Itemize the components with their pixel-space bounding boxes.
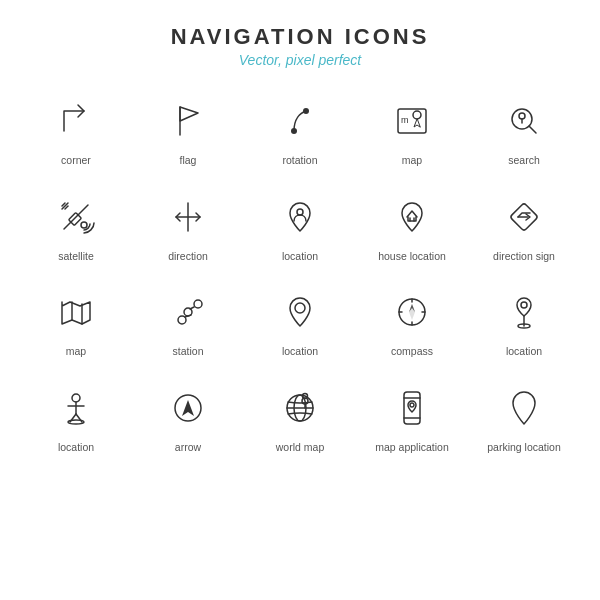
corner-label: corner bbox=[61, 154, 91, 168]
svg-point-8 bbox=[519, 113, 525, 119]
arrow-label: arrow bbox=[175, 441, 201, 455]
svg-text:m: m bbox=[401, 115, 409, 125]
compass-icon bbox=[385, 285, 439, 339]
page: NAVIGATION ICONS Vector, pixel perfect c… bbox=[0, 0, 600, 600]
svg-marker-48 bbox=[182, 400, 194, 416]
location-1-cell: location bbox=[244, 184, 356, 270]
direction-sign-label: direction sign bbox=[493, 250, 555, 264]
location-icon-2 bbox=[273, 285, 327, 339]
flag-label: flag bbox=[180, 154, 197, 168]
location-label-3: location bbox=[506, 345, 542, 359]
direction-label: direction bbox=[168, 250, 208, 264]
map-icon-1: m bbox=[385, 94, 439, 148]
map-app-label: map application bbox=[375, 441, 449, 455]
station-cell: station bbox=[132, 279, 244, 365]
map-label-1: map bbox=[402, 154, 422, 168]
house-location-label: house location bbox=[378, 250, 446, 264]
svg-line-9 bbox=[529, 126, 536, 133]
location-label-2: location bbox=[282, 345, 318, 359]
world-map-icon bbox=[273, 381, 327, 435]
search-icon bbox=[497, 94, 551, 148]
search-cell: search bbox=[468, 88, 580, 174]
svg-point-6 bbox=[413, 111, 421, 119]
satellite-icon bbox=[49, 190, 103, 244]
location-2-cell: location bbox=[244, 279, 356, 365]
svg-point-38 bbox=[521, 302, 527, 308]
svg-point-41 bbox=[72, 394, 80, 402]
location-icon-4 bbox=[49, 381, 103, 435]
map-image-cell: m map bbox=[356, 88, 468, 174]
map-2-cell: map bbox=[20, 279, 132, 365]
svg-point-30 bbox=[295, 303, 305, 313]
location-icon-3 bbox=[497, 285, 551, 339]
location-label-4: location bbox=[58, 441, 94, 455]
page-subtitle: Vector, pixel perfect bbox=[239, 52, 361, 68]
arrow-cell: arrow bbox=[132, 375, 244, 461]
svg-point-58 bbox=[410, 403, 414, 407]
map-app-cell: map application bbox=[356, 375, 468, 461]
compass-cell: compass bbox=[356, 279, 468, 365]
satellite-label: satellite bbox=[58, 250, 94, 264]
svg-marker-1 bbox=[180, 107, 198, 121]
corner-cell: corner bbox=[20, 88, 132, 174]
parking-location-icon: P bbox=[497, 381, 551, 435]
svg-text:P: P bbox=[520, 398, 528, 412]
direction-sign-cell: direction sign bbox=[468, 184, 580, 270]
location-icon-1 bbox=[273, 190, 327, 244]
location-label-1: location bbox=[282, 250, 318, 264]
svg-line-10 bbox=[64, 205, 88, 229]
svg-line-29 bbox=[190, 307, 194, 309]
map-icon-2 bbox=[49, 285, 103, 339]
station-label: station bbox=[173, 345, 204, 359]
direction-cell: direction bbox=[132, 184, 244, 270]
map-application-icon bbox=[385, 381, 439, 435]
rotation-cell: rotation bbox=[244, 88, 356, 174]
direction-icon bbox=[161, 190, 215, 244]
house-location-icon bbox=[385, 190, 439, 244]
page-title: NAVIGATION ICONS bbox=[171, 24, 430, 50]
corner-icon bbox=[49, 94, 103, 148]
parking-location-cell: P parking location bbox=[468, 375, 580, 461]
arrow-icon bbox=[161, 381, 215, 435]
svg-point-18 bbox=[297, 209, 303, 215]
flag-cell: flag bbox=[132, 88, 244, 174]
world-map-cell: world map bbox=[244, 375, 356, 461]
station-icon bbox=[161, 285, 215, 339]
rotation-icon bbox=[273, 94, 327, 148]
svg-point-26 bbox=[194, 300, 202, 308]
location-4-cell: location bbox=[20, 375, 132, 461]
flag-icon bbox=[161, 94, 215, 148]
svg-point-15 bbox=[81, 222, 87, 228]
icon-grid: corner flag rotation bbox=[20, 88, 580, 461]
house-location-cell: house location bbox=[356, 184, 468, 270]
world-map-label: world map bbox=[276, 441, 324, 455]
rotation-label: rotation bbox=[282, 154, 317, 168]
location-3-cell: location bbox=[468, 279, 580, 365]
search-label: search bbox=[508, 154, 540, 168]
parking-location-label: parking location bbox=[487, 441, 561, 455]
map-label-2: map bbox=[66, 345, 86, 359]
compass-label: compass bbox=[391, 345, 433, 359]
direction-sign-icon bbox=[497, 190, 551, 244]
svg-rect-55 bbox=[404, 392, 420, 424]
satellite-cell: satellite bbox=[20, 184, 132, 270]
